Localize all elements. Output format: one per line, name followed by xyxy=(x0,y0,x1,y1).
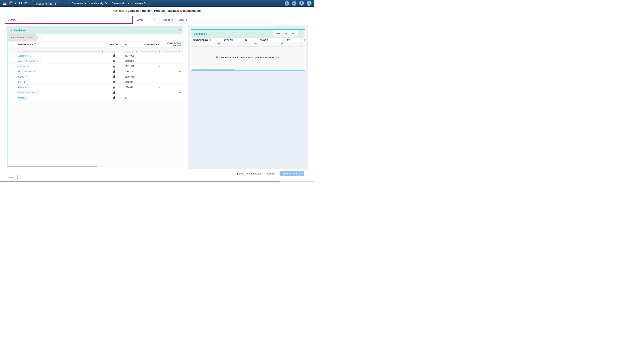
operator-and-button[interactable]: AND xyxy=(273,30,282,37)
audience-link[interactable]: AggregateKnowledge xyxy=(18,60,41,62)
filter-icon[interactable] xyxy=(135,50,138,52)
chevron-up-icon xyxy=(301,173,303,174)
cookie-uniques-value: – xyxy=(139,85,162,90)
add-condition-button[interactable]: Condition xyxy=(157,16,176,24)
column-header-copy-path[interactable]: COPY PATH xyxy=(222,38,243,42)
column-header-vendor[interactable]: VENDOR xyxy=(258,38,285,42)
audience-link[interactable]: Pixels xyxy=(18,97,26,99)
breadcrumb-campaign[interactable]: Campaign Buil ... Documentation xyxy=(91,2,129,4)
audience-link[interactable]: AdobeDMP xyxy=(18,55,31,57)
copy-path-icon[interactable] xyxy=(113,55,115,57)
table-empty-space xyxy=(8,100,183,165)
audience-link[interactable]: Krux xyxy=(18,81,25,83)
empty-state-message: No data available. Add new items, or upd… xyxy=(191,47,305,68)
breadcrumb-separator xyxy=(131,0,133,7)
audience-name: Liveramp xyxy=(18,86,27,89)
column-header-id[interactable]: ID xyxy=(123,42,139,47)
audience-link[interactable]: Media Conditions xyxy=(18,91,37,94)
column-header-audience[interactable]: PIXEL/AUDIENCE xyxy=(191,38,222,42)
column-header-id[interactable]: ID xyxy=(243,38,258,42)
audience-link[interactable]: Geo Audiences xyxy=(18,70,35,73)
help-icon[interactable]: ? xyxy=(299,1,304,5)
breadcrumb-manage[interactable]: Manage xyxy=(135,2,146,4)
horizontal-scrollbar[interactable] xyxy=(8,165,183,168)
column-header-cpm[interactable]: CPM xyxy=(285,38,302,42)
apply-campaign-level-link[interactable]: Apply at Campaign Level xyxy=(236,172,262,175)
cookie-uniques-value: – xyxy=(139,90,162,95)
brand-text: ZETADSP xyxy=(15,1,30,5)
copy-path-icon[interactable] xyxy=(113,96,115,99)
close-icon[interactable]: ✕ xyxy=(298,33,305,35)
search-icon[interactable] xyxy=(127,18,130,21)
filter-icon[interactable] xyxy=(158,50,161,52)
filter-input-cookie-uniques[interactable] xyxy=(141,51,157,52)
horizontal-scrollbar[interactable] xyxy=(191,68,305,70)
table-row: AdobeDMP d1043891 – – xyxy=(8,53,183,59)
scrollbar-thumb[interactable] xyxy=(0,181,279,182)
copy-path-icon[interactable] xyxy=(113,81,115,83)
chevron-down-icon xyxy=(153,19,155,20)
copy-path-icon[interactable] xyxy=(113,65,115,68)
copy-path-icon[interactable] xyxy=(113,91,115,94)
breadcrumb-manage-label: Manage xyxy=(135,2,143,4)
filter-input-mobile-uniques[interactable] xyxy=(164,51,177,52)
copy-path-icon[interactable] xyxy=(113,75,115,78)
breadcrumb-advertiser[interactable]: SMART PROJECTS (VARIABLE MARGIN) Example… xyxy=(36,1,66,5)
device-filter-dropdown[interactable]: Device xyxy=(134,16,157,24)
zeta-logo-icon[interactable] xyxy=(8,1,13,6)
scrollbar-thumb[interactable] xyxy=(192,69,235,70)
select-all-checkbox[interactable] xyxy=(11,43,13,46)
audience-name: Audigent xyxy=(18,65,26,67)
filter-icon[interactable] xyxy=(101,50,104,52)
column-header-mobile-uniques[interactable]: MOBILE DEVICE UNIQUES xyxy=(162,42,183,47)
filter-input-audience[interactable] xyxy=(18,51,100,52)
hamburger-menu-icon[interactable] xyxy=(3,2,6,5)
global-search-icon[interactable] xyxy=(292,1,297,5)
filter-icon[interactable] xyxy=(281,43,283,45)
audience-id: d1043891 xyxy=(123,53,139,58)
filter-input-id[interactable] xyxy=(245,45,253,45)
column-header-cookie-uniques[interactable]: COOKIE UNIQUES xyxy=(139,42,162,47)
audience-link[interactable]: KBMG xyxy=(18,76,27,78)
operator-or-button[interactable]: OR xyxy=(282,30,290,37)
filter-icon[interactable] xyxy=(178,50,181,52)
column-header-time[interactable]: TIME xyxy=(302,38,305,42)
breadcrumb-campaigns-label: Campaigns xyxy=(72,2,83,4)
save-close-label: Save & Close xyxy=(280,171,300,177)
scrollbar-thumb[interactable] xyxy=(8,166,97,167)
breadcrumb-separator xyxy=(68,0,70,7)
cancel-link[interactable]: Cancel xyxy=(267,172,275,175)
audience-id: d526651 xyxy=(123,85,139,90)
copy-path-icon[interactable] xyxy=(113,86,115,89)
copy-path-icon[interactable] xyxy=(113,60,115,62)
condition-panel-left: Condition 1 ✕ All Audiences & Pixels PIX… xyxy=(7,26,183,168)
notifications-bell-icon[interactable] xyxy=(285,1,289,5)
mobile-uniques-value: – xyxy=(162,74,183,79)
audience-link[interactable]: Audigent xyxy=(18,65,29,67)
chevron-right-icon xyxy=(26,76,27,78)
user-avatar[interactable]: L& xyxy=(307,1,312,6)
save-options-toggle[interactable] xyxy=(300,171,304,177)
breadcrumb-campaign-label: Campaign Buil ... Documentation xyxy=(94,2,126,4)
save-close-button[interactable]: Save & Close xyxy=(280,171,304,177)
audience-name: AdobeDMP xyxy=(18,55,29,57)
close-icon[interactable]: ✕ xyxy=(177,29,183,31)
filter-input-vendor[interactable] xyxy=(260,45,279,45)
actions-button[interactable]: Actions xyxy=(5,175,18,181)
copy-path-icon[interactable] xyxy=(113,70,115,73)
page-horizontal-scrollbar[interactable] xyxy=(0,181,314,182)
operator-not-button[interactable]: NOT xyxy=(290,30,298,37)
audience-link[interactable]: Liveramp xyxy=(18,86,29,89)
condition-panel-right: Condition 1 AND OR NOT ✕ PIXEL/AUDIENCE xyxy=(191,29,305,70)
chevron-down-icon[interactable] xyxy=(10,29,12,31)
filter-icon[interactable] xyxy=(254,43,257,45)
breadcrumb-campaigns[interactable]: Campaigns xyxy=(72,2,86,4)
search-input[interactable] xyxy=(8,19,127,21)
tab-all-audiences-pixels[interactable]: All Audiences & Pixels xyxy=(8,34,39,42)
column-header-copy-path[interactable]: COPY PATH xyxy=(105,42,123,47)
filter-input-audience[interactable] xyxy=(193,45,217,45)
clear-all-button[interactable]: Clear All xyxy=(176,16,190,24)
filter-icon[interactable] xyxy=(218,43,221,45)
filter-input-id[interactable] xyxy=(125,51,134,52)
column-header-audience[interactable]: PIXEL/AUDIENCE xyxy=(16,42,105,47)
